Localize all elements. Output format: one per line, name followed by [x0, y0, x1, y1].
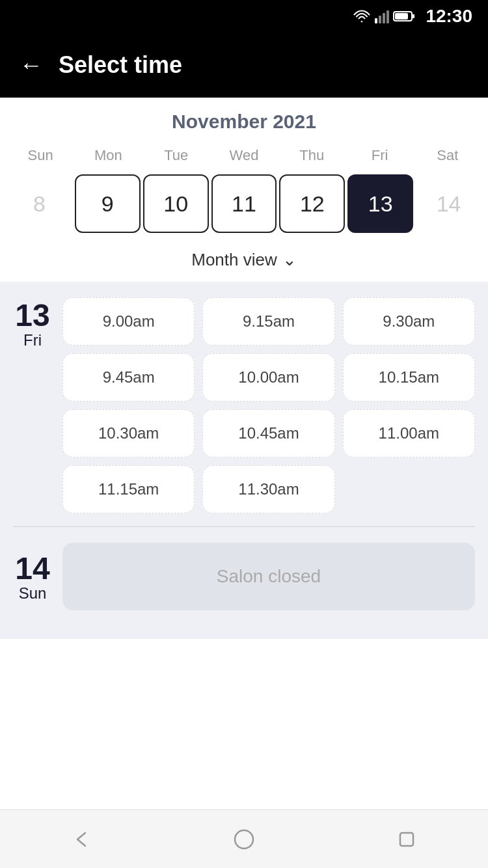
svg-rect-5: [412, 14, 414, 18]
section-divider: [13, 526, 475, 527]
svg-rect-2: [383, 13, 385, 23]
time-slot-1100am[interactable]: 11.00am: [343, 409, 475, 457]
date-8[interactable]: 8: [7, 174, 72, 233]
calendar-section: November 2021 Sun Mon Tue Wed Thu Fri Sa…: [0, 98, 488, 282]
day-13-name: Fri: [23, 331, 42, 349]
weekday-sun: Sun: [7, 143, 74, 168]
month-label: November 2021: [0, 111, 488, 133]
day-13-label: 13 Fri: [13, 297, 52, 513]
time-slot-1115am[interactable]: 11.15am: [62, 465, 195, 513]
date-9[interactable]: 9: [75, 174, 141, 233]
weekday-wed: Wed: [210, 143, 278, 168]
nav-home-button[interactable]: [224, 820, 264, 859]
week-days-row: Sun Mon Tue Wed Thu Fri Sat: [0, 143, 488, 168]
nav-recent-icon: [395, 828, 418, 851]
nav-back-button[interactable]: [62, 820, 101, 859]
time-slot-1030am[interactable]: 10.30am: [62, 409, 195, 457]
svg-rect-0: [375, 18, 377, 23]
status-time: 12:30: [426, 6, 472, 27]
date-10[interactable]: 10: [143, 174, 209, 233]
dates-row: 8 9 10 11 12 13 14: [0, 174, 488, 233]
time-slot-1045am[interactable]: 10.45am: [202, 409, 334, 457]
weekday-fri: Fri: [346, 143, 413, 168]
svg-rect-6: [395, 13, 408, 20]
nav-home-icon: [232, 828, 256, 851]
time-slot-1130am[interactable]: 11.30am: [202, 465, 334, 513]
app-header: ← Select time: [0, 33, 488, 98]
day-13-number: 13: [15, 300, 49, 331]
day-14-section: 14 Sun Salon closed: [13, 543, 475, 610]
page-title: Select time: [59, 51, 182, 79]
day-14-name: Sun: [19, 584, 47, 603]
month-view-toggle[interactable]: Month view ⌄: [0, 242, 488, 282]
weekday-tue: Tue: [142, 143, 210, 168]
date-14[interactable]: 14: [416, 174, 481, 233]
slots-section: 13 Fri 9.00am 9.15am 9.30am 9.45am 10.00…: [0, 282, 488, 639]
wifi-icon: [353, 10, 371, 23]
battery-icon: [393, 10, 416, 23]
time-slot-915am[interactable]: 9.15am: [202, 297, 334, 346]
status-icons: 12:30: [353, 6, 472, 27]
date-11[interactable]: 11: [211, 174, 277, 233]
salon-closed-box: Salon closed: [62, 543, 475, 610]
time-slot-930am[interactable]: 9.30am: [343, 297, 475, 346]
date-12[interactable]: 12: [279, 174, 345, 233]
svg-rect-8: [400, 833, 413, 846]
time-slot-900am[interactable]: 9.00am: [62, 297, 195, 346]
nav-back-icon: [70, 828, 93, 851]
date-13[interactable]: 13: [347, 174, 413, 233]
svg-rect-1: [379, 16, 381, 23]
nav-bar: [0, 809, 488, 868]
time-slot-1015am[interactable]: 10.15am: [343, 353, 475, 401]
day-13-time-grid: 9.00am 9.15am 9.30am 9.45am 10.00am 10.1…: [62, 297, 475, 513]
svg-rect-3: [386, 10, 389, 23]
chevron-down-icon: ⌄: [282, 250, 297, 270]
time-slot-945am[interactable]: 9.45am: [62, 353, 195, 401]
weekday-sat: Sat: [414, 143, 481, 168]
signal-icon: [375, 9, 389, 23]
time-slot-1000am[interactable]: 10.00am: [202, 353, 334, 401]
back-button[interactable]: ←: [20, 53, 43, 77]
month-view-label: Month view: [191, 250, 277, 270]
weekday-thu: Thu: [278, 143, 346, 168]
svg-point-7: [235, 830, 253, 848]
day-14-label: 14 Sun: [13, 550, 52, 603]
day-13-section: 13 Fri 9.00am 9.15am 9.30am 9.45am 10.00…: [13, 297, 475, 513]
nav-recent-button[interactable]: [387, 820, 426, 859]
weekday-mon: Mon: [74, 143, 142, 168]
day-14-number: 14: [15, 553, 49, 584]
status-bar: 12:30: [0, 0, 488, 33]
